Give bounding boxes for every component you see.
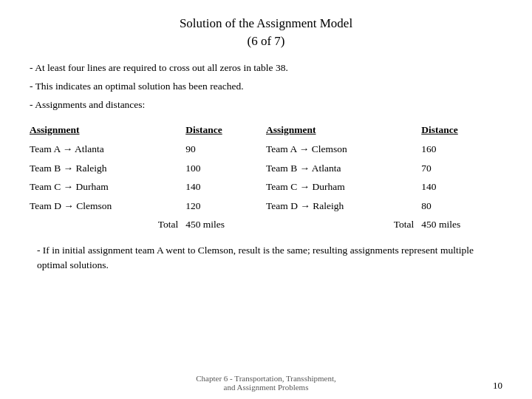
- right-col2-header: Distance: [418, 120, 502, 140]
- footer-line2: and Assignment Problems: [224, 383, 309, 392]
- left-total-label: Total: [30, 215, 183, 234]
- page: Solution of the Assignment Model (6 of 7…: [0, 0, 532, 399]
- title-line1: Solution of the Assignment Model: [180, 16, 352, 30]
- page-title: Solution of the Assignment Model (6 of 7…: [30, 15, 502, 50]
- right-total-row: Total 450 miles: [266, 215, 502, 234]
- right-total-label: Total: [266, 215, 418, 234]
- right-row3-assignment: Team C → Durham: [266, 177, 418, 197]
- footer-text: Chapter 6 - Transportation, Transshipmen…: [196, 374, 335, 392]
- right-total-value: 450 miles: [418, 215, 502, 234]
- left-row3-assignment: Team C → Durham: [30, 177, 183, 197]
- left-row2-assignment: Team B → Raleigh: [30, 159, 183, 178]
- table-row: Team A → Clemson 160: [266, 140, 502, 159]
- bottom-note: - If in initial assignment team A went t…: [30, 243, 502, 273]
- left-col2-header: Distance: [183, 120, 266, 140]
- table-row: Team B → Atlanta 70: [266, 159, 502, 178]
- footer-line1: Chapter 6 - Transportation, Transshipmen…: [196, 374, 335, 383]
- right-row3-distance: 140: [418, 177, 502, 197]
- table-row: Team D → Raleigh 80: [266, 197, 502, 216]
- left-row4-assignment: Team D → Clemson: [30, 197, 183, 216]
- title-line2: (6 of 7): [248, 34, 285, 48]
- page-number: 10: [493, 380, 502, 392]
- left-row2-distance: 100: [183, 159, 266, 178]
- table-row: Team C → Durham 140: [266, 177, 502, 197]
- right-row4-assignment: Team D → Raleigh: [266, 197, 418, 216]
- tables-section: Assignment Distance Team A → Atlanta 90 …: [30, 120, 502, 234]
- left-row4-distance: 120: [183, 197, 266, 216]
- bullet-3: - Assignments and distances:: [30, 98, 502, 112]
- table-row: Team A → Atlanta 90: [30, 140, 266, 159]
- right-assignment-table: Assignment Distance Team A → Clemson 160…: [266, 120, 502, 234]
- right-row1-assignment: Team A → Clemson: [266, 140, 418, 159]
- table-row: Team D → Clemson 120: [30, 197, 266, 216]
- bullet-2: - This indicates an optimal solution has…: [30, 79, 502, 94]
- left-assignment-table: Assignment Distance Team A → Atlanta 90 …: [30, 120, 266, 234]
- left-total-row: Total 450 miles: [30, 215, 266, 234]
- left-row1-distance: 90: [183, 140, 266, 159]
- table-row: Team B → Raleigh 100: [30, 159, 266, 178]
- left-row1-assignment: Team A → Atlanta: [30, 140, 183, 159]
- footer: Chapter 6 - Transportation, Transshipmen…: [0, 374, 532, 392]
- right-row2-distance: 70: [418, 159, 502, 178]
- bullet-1: - At least four lines are required to cr…: [30, 61, 502, 75]
- right-col1-header: Assignment: [266, 120, 418, 140]
- left-total-value: 450 miles: [183, 215, 266, 234]
- left-col1-header: Assignment: [30, 120, 183, 140]
- table-row: Team C → Durham 140: [30, 177, 266, 197]
- right-row4-distance: 80: [418, 197, 502, 216]
- left-table-header: Assignment Distance: [30, 120, 266, 140]
- right-row1-distance: 160: [418, 140, 502, 159]
- right-table-header: Assignment Distance: [266, 120, 502, 140]
- left-row3-distance: 140: [183, 177, 266, 197]
- right-row2-assignment: Team B → Atlanta: [266, 159, 418, 178]
